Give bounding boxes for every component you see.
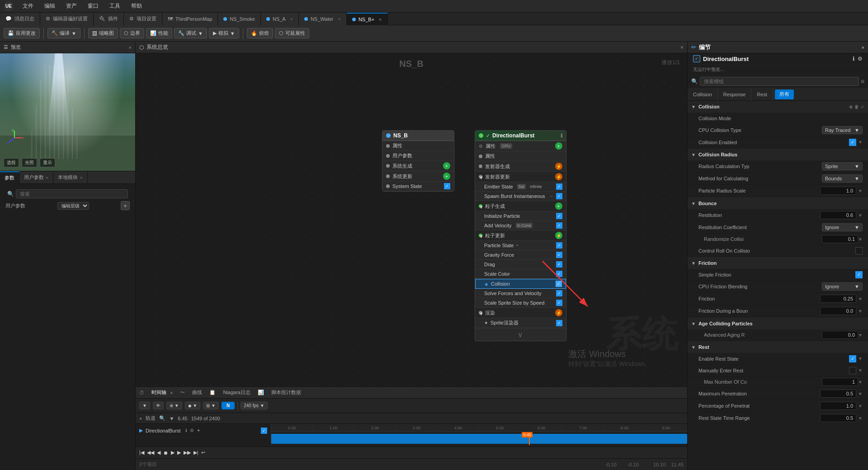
enable-rest-checkbox[interactable]: ✓ bbox=[849, 355, 856, 362]
db-scale-color[interactable]: Scale Color ✓ bbox=[475, 269, 566, 279]
timeline-tab-stats[interactable]: 脚本统计数据 bbox=[268, 389, 305, 396]
spawn-btn[interactable]: ⚡ bbox=[555, 163, 562, 170]
goto-end-icon[interactable]: ▶| bbox=[193, 450, 198, 456]
params-search-input[interactable] bbox=[16, 189, 128, 198]
module-info-icon[interactable]: ℹ bbox=[853, 56, 855, 62]
tab-ns-a[interactable]: NS_A × bbox=[261, 13, 299, 25]
record-icon[interactable]: ⏺ bbox=[163, 450, 168, 456]
add-track-icon[interactable]: + bbox=[139, 416, 142, 421]
tab-close[interactable]: × bbox=[338, 16, 340, 22]
collision-radius-header[interactable]: ▼ Collision Radius bbox=[688, 149, 868, 160]
step-forward-icon[interactable]: ▶▶ bbox=[184, 450, 191, 456]
track-row[interactable]: 6.45 bbox=[271, 432, 687, 446]
params-tab-params[interactable]: 参数 bbox=[0, 171, 19, 184]
expand-arrow[interactable]: ▼ bbox=[858, 140, 863, 145]
max-number-input[interactable] bbox=[822, 378, 858, 386]
menu-icon[interactable]: ☰ bbox=[4, 44, 8, 50]
update-btn[interactable]: + bbox=[443, 173, 450, 180]
nsb-item-attributes[interactable]: 属性 bbox=[382, 141, 454, 151]
menu-window[interactable]: 窗口 bbox=[86, 1, 100, 11]
expand-arrow[interactable]: ▼ bbox=[858, 356, 863, 361]
tl-fps-btn[interactable]: 240 fps ▼ bbox=[241, 402, 268, 409]
expand-arrow[interactable]: ▼ bbox=[858, 213, 863, 218]
tl-transform-btn[interactable]: ⊕ ▼ bbox=[166, 402, 182, 409]
item-check[interactable]: ✓ bbox=[556, 213, 562, 219]
restitution-coeff-dropdown[interactable]: Ignore ▼ bbox=[822, 223, 863, 231]
toolbar-thumbnail[interactable]: 🖼 缩略图 bbox=[88, 28, 118, 38]
toolbar-save[interactable]: 💾 应用更改 bbox=[4, 28, 40, 38]
particle-radius-input[interactable] bbox=[820, 187, 856, 195]
goto-start-icon[interactable]: |◀ bbox=[139, 450, 144, 456]
item-check[interactable]: ✓ bbox=[556, 193, 562, 199]
expand-arrow[interactable]: ▼ bbox=[858, 391, 863, 396]
db-drag[interactable]: Drag ✓ bbox=[475, 260, 566, 269]
state-check[interactable]: ✓ bbox=[444, 183, 450, 189]
menu-help[interactable]: 帮助 bbox=[129, 1, 144, 11]
prop-tab-all[interactable]: 所有 bbox=[775, 89, 794, 99]
db-render-header[interactable]: ▼ 渲染 ⚡ bbox=[475, 308, 566, 318]
toolbar-performance[interactable]: 📊 性能 bbox=[146, 28, 172, 38]
nsb-item-sys-state[interactable]: System State ✓ bbox=[382, 182, 454, 191]
item-check[interactable]: ✓ bbox=[556, 252, 562, 258]
params-level-select[interactable]: 编辑层级 bbox=[57, 202, 89, 210]
play-icon[interactable]: ▶ bbox=[171, 450, 175, 456]
expand-arrow[interactable]: ▼ bbox=[858, 333, 863, 338]
track-label-item[interactable]: ▶ DirectionalBurst ℹ ⚙ ✦ ✓ bbox=[136, 424, 271, 437]
module-settings-icon[interactable]: ⚙ bbox=[858, 56, 863, 62]
advanced-aging-input[interactable] bbox=[822, 331, 858, 339]
check-icon[interactable]: ✓ bbox=[861, 104, 864, 109]
track-check[interactable]: ✓ bbox=[261, 428, 267, 434]
manually-enter-checkbox[interactable] bbox=[849, 367, 856, 374]
tl-snap-btn[interactable]: ⊞ ▼ bbox=[203, 402, 219, 409]
expand-arrow[interactable]: ▼ bbox=[858, 237, 863, 242]
db-add-velocity[interactable]: Add Velocity In Cone ✓ bbox=[475, 221, 566, 230]
item-check[interactable]: ✓ bbox=[556, 271, 562, 277]
toolbar-debug[interactable]: 🔧 调试 ▼ bbox=[174, 28, 207, 38]
item-check[interactable]: ✓ bbox=[556, 242, 562, 249]
restitution-input[interactable] bbox=[820, 211, 856, 219]
collision-section-header[interactable]: ▼ Collision ⊕ 🗑 ✓ bbox=[688, 101, 868, 113]
toolbar-simulate[interactable]: ▶ 模拟 ▼ bbox=[209, 28, 239, 38]
prop-tab-rest[interactable]: Rest bbox=[751, 88, 773, 101]
timeline-tab-timeline[interactable]: 时间轴 × bbox=[148, 389, 176, 396]
module-check[interactable]: ✓ bbox=[693, 55, 700, 62]
simple-friction-checkbox[interactable]: ✓ bbox=[855, 271, 863, 278]
timeline-ruler[interactable]: 0.00 1.00 2.00 3.00 4.00 5.00 6.00 7.00 … bbox=[271, 424, 687, 446]
db-particle-state[interactable]: Particle State • ✓ bbox=[475, 241, 566, 250]
db-sprite-renderer[interactable]: ✦ Sprite渲染器 ✓ bbox=[475, 318, 566, 328]
tab-third-person-map[interactable]: 🗺 ThirdPersonMap bbox=[162, 13, 218, 25]
nsb-node[interactable]: NS_B 属性 用户参数 系统生成 + 系统更新 bbox=[382, 130, 454, 192]
tl-keys-btn[interactable]: ◆ ▼ bbox=[185, 402, 201, 409]
toolbar-bounds[interactable]: ⬡ 边界 bbox=[120, 28, 144, 38]
item-check[interactable]: ✓ bbox=[556, 281, 562, 287]
db-emitter-combustion[interactable]: 属性 bbox=[475, 151, 566, 161]
expand-arrow[interactable]: ▼ bbox=[858, 188, 863, 193]
db-emitter-update-header[interactable]: ▼ 发射器更新 ⚡ bbox=[475, 172, 566, 182]
preview-close[interactable]: × bbox=[129, 45, 132, 50]
tab-close[interactable]: × bbox=[170, 390, 173, 395]
params-add-btn[interactable]: + bbox=[121, 201, 130, 210]
menu-edit[interactable]: 编辑 bbox=[42, 1, 57, 11]
db-expand[interactable]: ∨ bbox=[475, 328, 566, 341]
tab-plugins[interactable]: 🔌 插件 bbox=[94, 13, 124, 25]
collision-enabled-checkbox[interactable]: ✓ bbox=[849, 139, 856, 146]
nsb-item-user-params[interactable]: 用户参数 bbox=[382, 151, 454, 161]
item-check[interactable]: ✓ bbox=[556, 183, 562, 190]
tab-close[interactable]: × bbox=[290, 16, 293, 22]
db-solve-forces[interactable]: Solve Forces and Velocity ✓ bbox=[475, 289, 566, 298]
db-collision[interactable]: ◈ Collision ✓ bbox=[475, 279, 566, 289]
search-track-icon[interactable]: 🔍 bbox=[159, 415, 165, 421]
method-calc-dropdown[interactable]: Bounds ▼ bbox=[822, 174, 863, 183]
timeline-tab-log[interactable]: Niagara日志 bbox=[219, 389, 254, 396]
params-tab-local[interactable]: 本地模块 × bbox=[53, 171, 87, 184]
copy-icon[interactable]: ⊕ bbox=[849, 104, 853, 109]
tab-ns-b[interactable]: NS_B+ × bbox=[347, 13, 388, 25]
system-overview-close[interactable]: × bbox=[680, 44, 684, 51]
nsb-item-sys-update[interactable]: 系统更新 + bbox=[382, 171, 454, 182]
tab-ns-water[interactable]: NS_Water × bbox=[299, 13, 347, 25]
item-check[interactable]: ✓ bbox=[556, 222, 562, 229]
control-roll-checkbox[interactable] bbox=[855, 247, 863, 254]
prop-tab-response[interactable]: Response bbox=[718, 88, 752, 101]
rest-section-header[interactable]: ▼ Rest bbox=[688, 341, 868, 353]
db-node[interactable]: ✓ DirectionalBurst ℹ ⚙ 属性 CPU + 属性 bbox=[475, 130, 566, 341]
